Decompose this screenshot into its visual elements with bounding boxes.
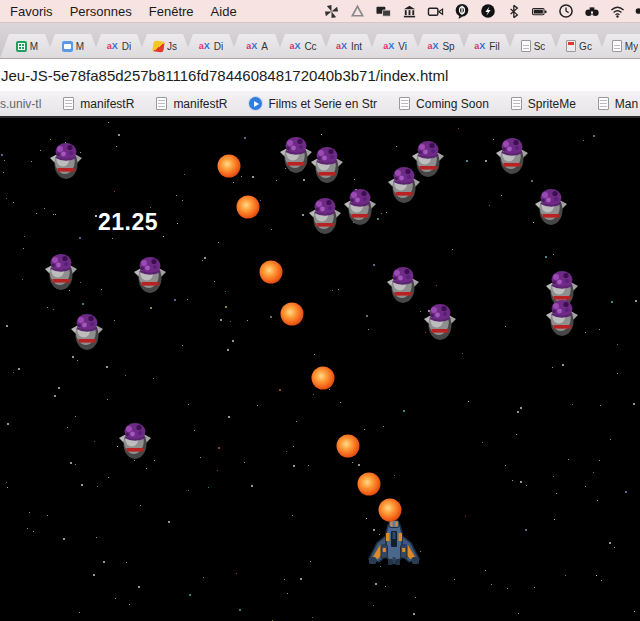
tab-label: Cc — [304, 41, 316, 52]
browser-tab[interactable]: Js — [138, 34, 192, 58]
fireball-sprite — [337, 435, 360, 458]
alien-sprite — [44, 252, 78, 292]
score-text: 21.25 — [98, 209, 158, 236]
drive-icon[interactable] — [349, 3, 366, 20]
bookmark-icon — [399, 97, 410, 110]
bookmark-label: Films et Serie en Str — [268, 97, 377, 111]
tab-label: Sp — [442, 41, 454, 52]
bookmark-label: SpriteMe — [528, 97, 576, 111]
time-machine-icon[interactable] — [557, 3, 574, 20]
browser-tab[interactable]: Int — [322, 34, 376, 58]
browser-tab[interactable]: Di — [184, 34, 238, 58]
alien-sprite — [545, 298, 579, 338]
bookmark-label: manifestR — [173, 97, 227, 111]
bookmark-icon — [63, 97, 74, 110]
tab-label: Sc — [534, 41, 546, 52]
tab-label: Vi — [398, 41, 407, 52]
browser-tab[interactable]: Fil — [460, 34, 514, 58]
pinwheel-icon[interactable] — [323, 3, 340, 20]
truncated-icon[interactable] — [635, 3, 640, 20]
camera-icon[interactable] — [427, 3, 444, 20]
menu-item[interactable]: Aide — [211, 4, 237, 19]
tab-favicon — [566, 40, 576, 52]
menu-item[interactable]: Personnes — [70, 4, 132, 19]
alien-sprite — [70, 312, 104, 352]
speech-bubble-icon[interactable] — [453, 3, 470, 20]
tab-favicon — [289, 41, 301, 52]
bookmark-item[interactable]: SpriteMe — [511, 97, 576, 111]
bookmark-item[interactable]: Man — [598, 97, 638, 111]
binoculars-icon[interactable] — [583, 3, 600, 20]
browser-tab[interactable]: A — [230, 34, 284, 58]
browser-tab[interactable]: Sp — [414, 34, 468, 58]
wifi-icon[interactable] — [609, 3, 626, 20]
tab-label: M — [76, 41, 84, 52]
tab-favicon — [16, 41, 27, 52]
browser-tab[interactable]: M — [0, 34, 54, 58]
bookmark-label: Coming Soon — [416, 97, 489, 111]
tab-favicon — [474, 41, 486, 52]
tabs: M M Di Js Di A Cc Int Vi Sp Fil Sc Gc My — [0, 34, 640, 58]
bookmark-item[interactable]: manifestR — [156, 97, 227, 111]
alien-sprite — [423, 302, 457, 342]
battery-icon[interactable] — [531, 3, 548, 20]
alien-sprite — [133, 255, 167, 295]
bookmark-label: s.univ-tl — [0, 97, 41, 111]
alien-sprite — [534, 187, 568, 227]
fireball-sprite — [260, 261, 283, 284]
bookmark-label: Man — [615, 97, 638, 111]
tab-favicon — [383, 41, 395, 52]
browser-tab[interactable]: Vi — [368, 34, 422, 58]
tab-label: Di — [122, 41, 131, 52]
browser-tab[interactable]: Sc — [506, 34, 560, 58]
alien-sprite — [343, 187, 377, 227]
fireball-sprite — [312, 367, 335, 390]
bookmark-item[interactable]: s.univ-tl — [0, 97, 41, 111]
alien-sprite — [308, 196, 342, 236]
player-ship — [367, 519, 421, 567]
browser-tab[interactable]: Gc — [552, 34, 606, 58]
menu-items: FavorisPersonnesFenêtreAide — [10, 4, 237, 19]
address-bar[interactable]: Jeu-JS-5e78fa85d257b81116fd7844608481720… — [0, 58, 640, 91]
bookmark-icon — [598, 97, 609, 110]
displays-icon[interactable] — [375, 3, 392, 20]
bookmark-icon — [511, 97, 522, 110]
tab-label: My — [625, 41, 638, 52]
fireball-sprite — [358, 473, 381, 496]
tab-favicon — [612, 40, 622, 52]
fireball-sprite — [218, 155, 241, 178]
bank-icon[interactable] — [401, 3, 418, 20]
browser-tab[interactable]: Cc — [276, 34, 330, 58]
bookmark-label: manifestR — [80, 97, 134, 111]
alien-sprite — [310, 145, 344, 185]
macos-menu-bar: FavorisPersonnesFenêtreAide — [0, 0, 640, 23]
alien-sprite — [386, 265, 420, 305]
tab-label: A — [261, 41, 268, 52]
bookmark-item[interactable]: Films et Serie en Str — [249, 97, 377, 111]
menu-item[interactable]: Fenêtre — [149, 4, 194, 19]
tab-label: Di — [214, 41, 223, 52]
browser-tab[interactable]: Di — [92, 34, 146, 58]
alien-sprite — [49, 141, 83, 181]
bookmark-icon — [249, 97, 262, 110]
bluetooth-icon[interactable] — [505, 3, 522, 20]
bookmark-icon — [156, 97, 167, 110]
browser-tab[interactable]: My — [598, 34, 640, 58]
tab-favicon — [152, 40, 164, 52]
alien-sprite — [118, 421, 152, 461]
url-text: Jeu-JS-5e78fa85d257b81116fd7844608481720… — [1, 67, 448, 84]
alien-sprite — [387, 165, 421, 205]
tab-label: Gc — [579, 41, 592, 52]
tab-favicon — [246, 41, 258, 52]
browser-tab[interactable]: M — [46, 34, 100, 58]
fireball-sprite — [379, 499, 402, 522]
lightning-icon[interactable] — [479, 3, 496, 20]
menu-item[interactable]: Favoris — [10, 4, 53, 19]
tab-favicon — [427, 41, 439, 52]
bookmark-item[interactable]: Coming Soon — [399, 97, 489, 111]
tab-favicon — [107, 41, 119, 52]
game-canvas[interactable]: 21.25 — [0, 118, 640, 621]
tab-favicon — [336, 41, 348, 52]
fireball-sprite — [281, 303, 304, 326]
bookmark-item[interactable]: manifestR — [63, 97, 134, 111]
